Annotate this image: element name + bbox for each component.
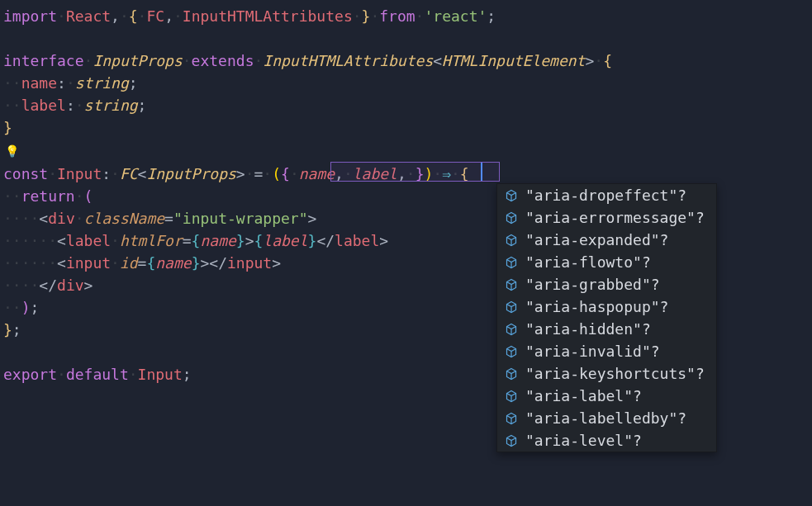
field-icon [504,322,519,337]
field-icon [504,188,519,203]
autocomplete-item[interactable]: "aria-hidden"? [497,318,716,340]
code-line: ··name:·string; [3,72,812,94]
autocomplete-label: "aria-grabbed"? [525,273,660,296]
autocomplete-label: "aria-keyshortcuts"? [525,362,705,385]
code-line: } [3,116,812,139]
autocomplete-item[interactable]: "aria-errormessage"? [497,206,716,229]
code-line [3,27,812,50]
field-icon [504,210,519,225]
autocomplete-item[interactable]: "aria-label"? [497,385,716,407]
autocomplete-label: "aria-hidden"? [525,318,651,340]
lightbulb-icon[interactable]: 💡 [3,139,812,163]
autocomplete-label: "aria-flowto"? [525,251,651,273]
autocomplete-label: "aria-errormessage"? [525,206,705,229]
field-icon [504,389,519,404]
autocomplete-label: "aria-dropeffect"? [525,184,686,206]
autocomplete-popup[interactable]: "aria-dropeffect"? "aria-errormessage"? … [496,183,717,452]
field-icon [504,300,519,314]
autocomplete-label: "aria-invalid"? [525,340,660,362]
autocomplete-item[interactable]: "aria-haspopup"? [497,296,716,318]
field-icon [504,366,519,381]
autocomplete-label: "aria-label"? [525,385,642,407]
code-line: interface·InputProps·extends·InputHTMLAt… [3,50,812,72]
autocomplete-label: "aria-level"? [525,429,642,452]
autocomplete-item[interactable]: "aria-expanded"? [497,229,716,251]
code-line: const·Input:·FC<InputProps>·=·({·name,·l… [3,163,812,185]
autocomplete-item[interactable]: "aria-invalid"? [497,340,716,362]
autocomplete-item[interactable]: "aria-keyshortcuts"? [497,362,716,385]
autocomplete-label: "aria-haspopup"? [525,296,668,318]
code-line: ··label:·string; [3,94,812,116]
field-icon [504,411,519,426]
field-icon [504,233,519,248]
field-icon [504,277,519,292]
autocomplete-label: "aria-expanded"? [525,229,668,251]
code-line: import·React,·{·FC,·InputHTMLAttributes·… [3,5,812,27]
autocomplete-item[interactable]: "aria-labelledby"? [497,407,716,429]
text-cursor [481,163,482,181]
autocomplete-item[interactable]: "aria-grabbed"? [497,273,716,296]
autocomplete-item[interactable]: "aria-level"? [497,429,716,452]
autocomplete-label: "aria-labelledby"? [525,407,686,429]
field-icon [504,433,519,448]
autocomplete-item[interactable]: "aria-dropeffect"? [497,184,716,206]
field-icon [504,255,519,270]
field-icon [504,344,519,359]
autocomplete-item[interactable]: "aria-flowto"? [497,251,716,273]
